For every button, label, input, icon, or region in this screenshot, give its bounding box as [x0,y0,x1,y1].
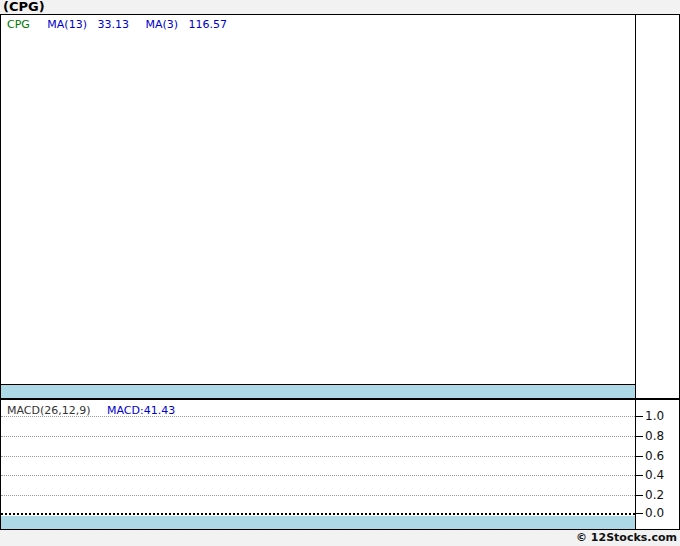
gridline-zero [1,513,635,515]
price-indicator-row: CPG MA(13) 33.13 MA(3) 116.57 [7,18,227,31]
y-tick-0-0 [635,513,643,514]
y-axis-label: 0.0 [645,506,664,520]
y-axis-label: 0.2 [645,488,664,502]
gridline-1-0 [1,416,635,417]
y-axis-line [635,15,636,529]
y-axis-label: 0.8 [645,429,664,443]
y-tick-0-2 [635,495,643,496]
y-tick-0-8 [635,436,643,437]
panel-divider [1,398,679,400]
gridline-0-6 [1,456,635,457]
gridline-0-2 [1,495,635,496]
ma3-value: 116.57 [189,18,228,31]
y-tick-0-4 [635,475,643,476]
y-axis-label: 0.4 [645,468,664,482]
y-axis-label: 0.6 [645,449,664,463]
ma13-value: 33.13 [97,18,129,31]
chart-frame: CPG MA(13) 33.13 MA(3) 116.57 MACD(26,12… [0,14,680,530]
stock-chart-widget: (CPG) CPG MA(13) 33.13 MA(3) 116.57 MACD… [0,0,680,546]
ticker-label: CPG [7,18,30,31]
ma3-label: MA(3) [145,18,178,31]
page-title: (CPG) [3,0,45,14]
macd-panel-bottom-band [1,516,635,529]
y-tick-1-0 [635,416,643,417]
gridline-0-8 [1,436,635,437]
ma13-label: MA(13) [47,18,87,31]
brand-credit: © 12Stocks.com [576,531,677,544]
y-axis-label: 1.0 [645,409,664,423]
gridline-0-4 [1,475,635,476]
y-tick-0-6 [635,456,643,457]
price-panel-bottom-band [1,384,635,398]
